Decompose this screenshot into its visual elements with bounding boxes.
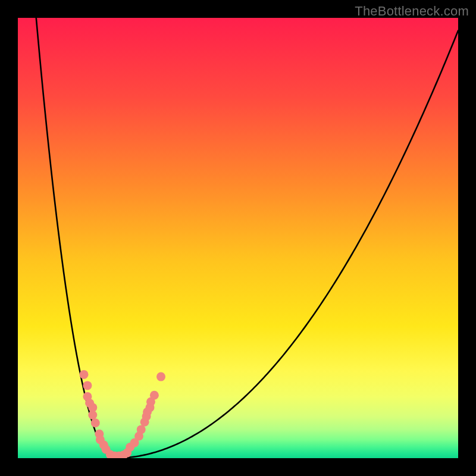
data-point — [156, 372, 165, 381]
plot-area — [18, 18, 458, 458]
data-point — [88, 411, 97, 419]
watermark-text: TheBottleneck.com — [355, 4, 469, 19]
data-point — [91, 418, 100, 427]
data-point — [83, 381, 92, 390]
data-point — [150, 391, 159, 400]
data-points-layer — [18, 18, 458, 458]
data-point — [80, 370, 89, 379]
chart-frame: TheBottleneck.com — [0, 0, 476, 476]
